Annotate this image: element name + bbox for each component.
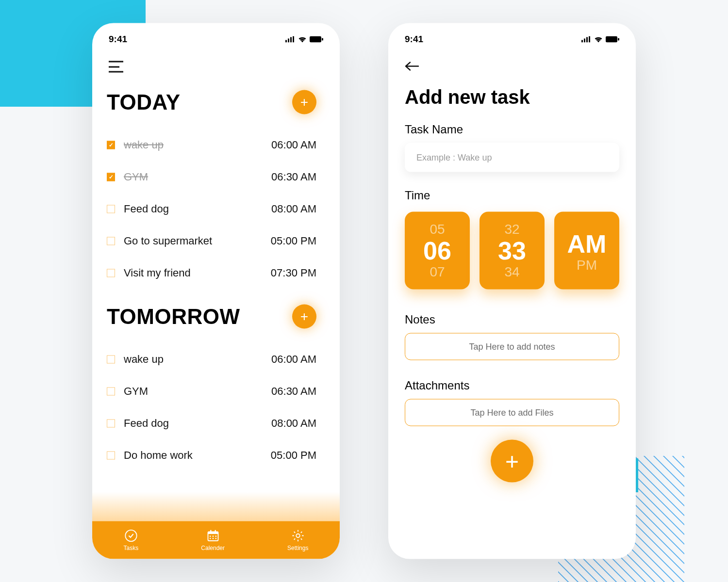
svg-point-17 bbox=[296, 534, 299, 537]
task-checkbox[interactable] bbox=[107, 237, 115, 245]
status-bar: 9:41 bbox=[388, 23, 636, 49]
section-heading-tomorrow: TOMORROW bbox=[107, 305, 240, 329]
svg-rect-1 bbox=[288, 38, 289, 42]
svg-rect-23 bbox=[618, 38, 619, 40]
status-bar: 9:41 bbox=[92, 23, 340, 49]
task-time: 06:00 AM bbox=[271, 353, 316, 366]
attachments-label: Attachments bbox=[388, 375, 636, 399]
task-name-input[interactable]: Example : Wake up bbox=[405, 143, 619, 172]
notes-input[interactable]: Tap Here to add notes bbox=[405, 333, 619, 360]
task-label: Go to supermarket bbox=[124, 235, 212, 247]
back-icon[interactable] bbox=[405, 61, 419, 72]
svg-rect-19 bbox=[584, 38, 585, 42]
calendar-icon bbox=[206, 529, 220, 543]
task-label: Feed dog bbox=[124, 417, 169, 430]
task-row: Feed dog08:00 AM bbox=[107, 407, 325, 439]
task-label: wake up bbox=[124, 139, 164, 151]
svg-rect-16 bbox=[215, 538, 216, 539]
tomorrow-task-list: wake up06:00 AMGYM06:30 AMFeed dog08:00 … bbox=[92, 335, 340, 475]
bottom-nav: Tasks Calender Settings bbox=[92, 521, 340, 559]
attachments-placeholder: Tap Here to add Files bbox=[470, 407, 553, 418]
task-row: GYM06:30 AM bbox=[107, 161, 325, 193]
svg-rect-2 bbox=[290, 37, 292, 42]
svg-rect-18 bbox=[581, 40, 583, 42]
hour-picker[interactable]: 05 06 07 bbox=[405, 212, 470, 290]
status-icons bbox=[285, 36, 323, 42]
task-row: Do home work05:00 PM bbox=[107, 439, 325, 471]
phone-tasks: 9:41 TODAY + wake up06:00 AMGYM06:30 AMF… bbox=[92, 23, 340, 559]
task-time: 05:00 PM bbox=[271, 235, 316, 247]
ampm-picker[interactable]: AM PM bbox=[554, 212, 619, 290]
task-time: 06:30 AM bbox=[271, 171, 316, 183]
task-label: Feed dog bbox=[124, 203, 169, 215]
svg-rect-15 bbox=[212, 538, 213, 539]
phone-add-task: 9:41 Add new task Task Name Example : Wa… bbox=[388, 23, 636, 559]
task-label: wake up bbox=[124, 353, 164, 366]
task-label: GYM bbox=[124, 385, 148, 398]
add-task-tomorrow-button[interactable]: + bbox=[292, 305, 316, 329]
svg-rect-13 bbox=[215, 536, 216, 537]
task-checkbox[interactable] bbox=[107, 419, 115, 427]
nav-tasks[interactable]: Tasks bbox=[124, 529, 139, 551]
page-title: Add new task bbox=[388, 78, 636, 119]
minute-value: 33 bbox=[498, 233, 526, 268]
hour-prev: 05 bbox=[430, 222, 445, 236]
svg-rect-9 bbox=[210, 530, 211, 533]
nav-label: Settings bbox=[287, 545, 308, 551]
task-checkbox[interactable] bbox=[107, 173, 115, 181]
minute-prev: 32 bbox=[504, 222, 519, 236]
attachments-input[interactable]: Tap Here to add Files bbox=[405, 399, 619, 426]
task-time: 06:00 AM bbox=[271, 139, 316, 151]
minute-picker[interactable]: 32 33 34 bbox=[480, 212, 545, 290]
task-row: wake up06:00 AM bbox=[107, 343, 325, 375]
task-checkbox[interactable] bbox=[107, 451, 115, 459]
nav-calendar[interactable]: Calender bbox=[201, 529, 225, 551]
nav-label: Tasks bbox=[124, 545, 139, 551]
task-checkbox[interactable] bbox=[107, 269, 115, 277]
svg-point-6 bbox=[125, 530, 136, 541]
svg-rect-5 bbox=[322, 38, 323, 40]
task-time: 08:00 AM bbox=[271, 417, 316, 430]
svg-rect-3 bbox=[293, 36, 294, 42]
task-checkbox[interactable] bbox=[107, 387, 115, 395]
ampm-value: AM bbox=[567, 226, 607, 261]
bottom-fade bbox=[92, 492, 340, 521]
task-time: 06:30 AM bbox=[271, 385, 316, 398]
status-time: 9:41 bbox=[405, 34, 423, 45]
status-icons bbox=[581, 36, 619, 42]
section-heading-today: TODAY bbox=[107, 90, 181, 114]
check-circle-icon bbox=[124, 529, 138, 543]
svg-rect-0 bbox=[285, 40, 287, 42]
svg-rect-4 bbox=[310, 36, 321, 42]
menu-icon[interactable] bbox=[109, 61, 123, 73]
wifi-icon bbox=[298, 36, 307, 42]
task-checkbox[interactable] bbox=[107, 141, 115, 149]
nav-settings[interactable]: Settings bbox=[287, 529, 308, 551]
status-time: 9:41 bbox=[109, 34, 127, 45]
svg-rect-21 bbox=[589, 36, 590, 42]
task-name-label: Task Name bbox=[388, 119, 636, 143]
minute-next: 34 bbox=[504, 265, 519, 279]
svg-rect-8 bbox=[208, 532, 218, 534]
nav-label: Calender bbox=[201, 545, 225, 551]
task-label: GYM bbox=[124, 171, 148, 183]
svg-rect-12 bbox=[212, 536, 213, 537]
gear-icon bbox=[291, 529, 305, 543]
svg-rect-22 bbox=[606, 36, 617, 42]
svg-rect-11 bbox=[210, 536, 211, 537]
task-checkbox[interactable] bbox=[107, 205, 115, 213]
input-placeholder: Example : Wake up bbox=[416, 152, 492, 162]
task-checkbox[interactable] bbox=[107, 355, 115, 363]
task-row: Go to supermarket05:00 PM bbox=[107, 225, 325, 257]
task-row: Visit my friend07:30 PM bbox=[107, 257, 325, 289]
task-time: 08:00 AM bbox=[271, 203, 316, 215]
svg-rect-14 bbox=[210, 538, 211, 539]
hour-next: 07 bbox=[430, 265, 445, 279]
svg-rect-10 bbox=[215, 530, 215, 533]
battery-icon bbox=[310, 36, 323, 42]
submit-task-button[interactable]: + bbox=[491, 440, 533, 483]
ampm-next: PM bbox=[577, 259, 597, 272]
add-task-today-button[interactable]: + bbox=[292, 90, 316, 114]
notes-placeholder: Tap Here to add notes bbox=[469, 341, 555, 352]
hour-value: 06 bbox=[423, 233, 451, 268]
